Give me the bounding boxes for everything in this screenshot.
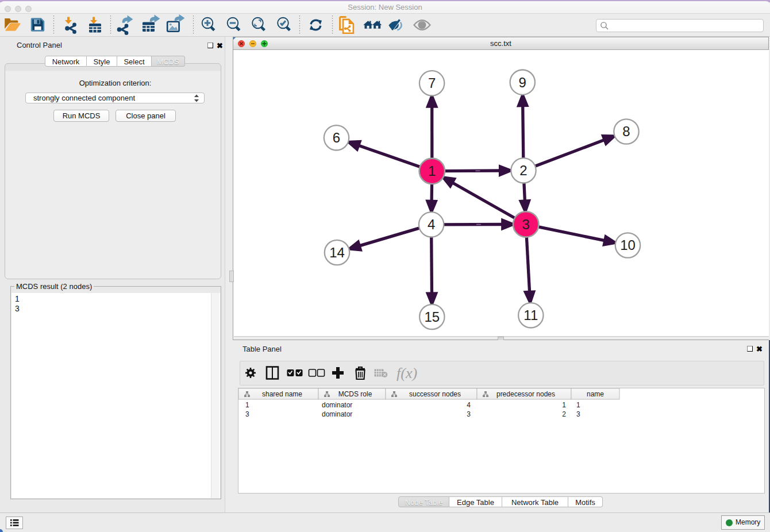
svg-text:1: 1 xyxy=(428,163,436,179)
svg-text:14: 14 xyxy=(329,245,345,260)
svg-text:successor nodes: successor nodes xyxy=(409,390,461,398)
svg-text:4: 4 xyxy=(428,217,435,232)
svg-text:MCDS role: MCDS role xyxy=(338,390,372,398)
svg-text:name: name xyxy=(587,390,604,398)
svg-text:10: 10 xyxy=(620,237,636,253)
svg-text:shared name: shared name xyxy=(262,390,302,398)
svg-text:f(x): f(x) xyxy=(396,365,417,381)
svg-text:11: 11 xyxy=(523,307,538,323)
svg-text:15: 15 xyxy=(424,309,440,325)
svg-text:2: 2 xyxy=(519,163,527,178)
svg-text:8: 8 xyxy=(622,124,630,139)
svg-text:9: 9 xyxy=(519,75,526,90)
svg-text:7: 7 xyxy=(428,75,436,91)
svg-text:6: 6 xyxy=(333,130,340,145)
svg-text:predecessor nodes: predecessor nodes xyxy=(496,390,555,398)
svg-text:3: 3 xyxy=(522,217,530,232)
